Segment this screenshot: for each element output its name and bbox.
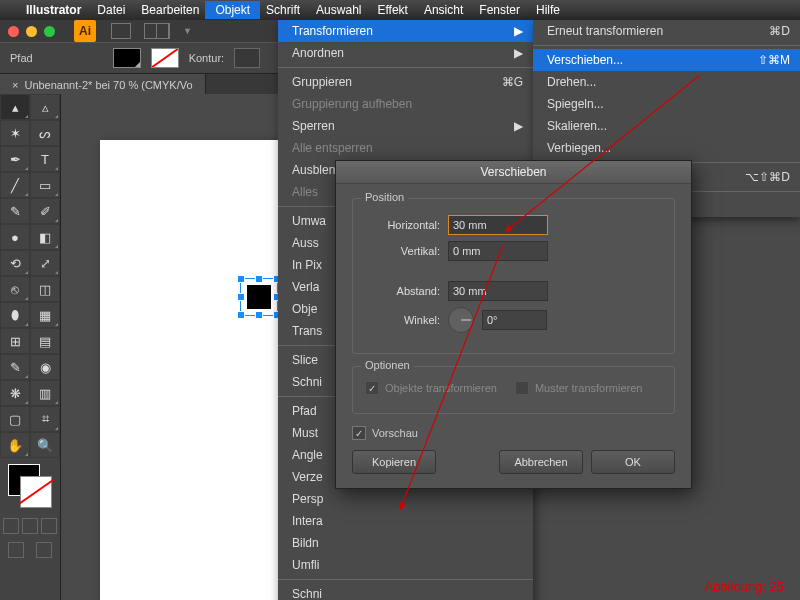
menu-item[interactable]: Spiegeln... (533, 93, 800, 115)
graph-tool[interactable]: ▥ (30, 380, 60, 406)
menu-item[interactable]: Intera (278, 510, 533, 532)
document-tab[interactable]: × Unbenannt-2* bei 70 % (CMYK/Vo (0, 74, 206, 96)
vertikal-label: Vertikal: (365, 245, 440, 257)
close-tab-icon[interactable]: × (12, 79, 18, 91)
eyedropper-tool[interactable]: ✎ (0, 354, 30, 380)
menu-item[interactable]: Verbiegen... (533, 137, 800, 159)
toolbar-button-1[interactable] (111, 23, 131, 39)
stroke-color[interactable] (20, 476, 52, 508)
mac-menubar: Illustrator Datei Bearbeiten Objekt Schr… (0, 0, 800, 20)
vertikal-input[interactable] (448, 241, 548, 261)
menu-item[interactable]: Persp (278, 488, 533, 510)
artboard-tool[interactable]: ▢ (0, 406, 30, 432)
screen-mode-2[interactable] (36, 542, 52, 558)
symbol-sprayer-tool[interactable]: ❋ (0, 380, 30, 406)
abbrechen-button[interactable]: Abbrechen (499, 450, 583, 474)
menu-item[interactable]: Erneut transformieren⌘D (533, 20, 800, 42)
blend-tool[interactable]: ◉ (30, 354, 60, 380)
pen-tool[interactable]: ✒ (0, 146, 30, 172)
menu-item[interactable]: Skalieren... (533, 115, 800, 137)
free-transform-tool[interactable]: ◫ (30, 276, 60, 302)
screen-mode-1[interactable] (8, 542, 24, 558)
menu-item: Gruppierung aufheben (278, 93, 533, 115)
shape-builder-tool[interactable]: ⬮ (0, 302, 30, 328)
color-mode-2[interactable] (22, 518, 38, 534)
fill-stroke-panel[interactable] (0, 458, 60, 514)
stroke-swatch[interactable] (151, 48, 179, 68)
paintbrush-tool[interactable]: ✎ (0, 198, 30, 224)
selected-object[interactable] (240, 278, 278, 316)
fill-swatch[interactable] (113, 48, 141, 68)
pencil-tool[interactable]: ✐ (30, 198, 60, 224)
menu-item[interactable]: Umfli (278, 554, 533, 576)
chevron-right-icon: ▶ (514, 24, 523, 38)
position-fieldset: Position Horizontal: Vertikal: Abstand: … (352, 198, 675, 354)
line-tool[interactable]: ╱ (0, 172, 30, 198)
app-name[interactable]: Illustrator (26, 3, 81, 17)
hand-tool[interactable]: ✋ (0, 432, 30, 458)
color-mode-row (0, 514, 60, 538)
perspective-tool[interactable]: ▦ (30, 302, 60, 328)
slice-tool[interactable]: ⌗ (30, 406, 60, 432)
magic-wand-tool[interactable]: ✶ (0, 120, 30, 146)
layout-switcher[interactable] (144, 23, 170, 39)
rectangle-tool[interactable]: ▭ (30, 172, 60, 198)
scale-tool[interactable]: ⤢ (30, 250, 60, 276)
menu-item[interactable]: Verschieben...⇧⌘M (533, 49, 800, 71)
abstand-label: Abstand: (365, 285, 440, 297)
menu-item: Alle entsperren (278, 137, 533, 159)
figure-caption: Abbildung: 25 (704, 579, 784, 594)
zoom-tool[interactable]: 🔍 (30, 432, 60, 458)
menu-objekt[interactable]: Objekt (205, 1, 260, 19)
menu-hilfe[interactable]: Hilfe (536, 3, 560, 17)
menu-item[interactable]: Drehen... (533, 71, 800, 93)
control-mode-label: Pfad (10, 52, 33, 64)
blob-brush-tool[interactable]: ● (0, 224, 30, 250)
rectangle-object[interactable] (247, 285, 271, 309)
menu-auswahl[interactable]: Auswahl (316, 3, 361, 17)
horizontal-label: Horizontal: (365, 219, 440, 231)
menu-item[interactable]: Sperren▶ (278, 115, 533, 137)
mesh-tool[interactable]: ⊞ (0, 328, 30, 354)
menu-item[interactable]: Anordnen▶ (278, 42, 533, 64)
abstand-input[interactable] (448, 281, 548, 301)
chevron-down-icon[interactable]: ▼ (183, 26, 192, 36)
width-tool[interactable]: ⎋ (0, 276, 30, 302)
menu-item[interactable]: Schni (278, 583, 533, 600)
horizontal-input[interactable] (448, 215, 548, 235)
vorschau-checkbox[interactable]: ✓Vorschau (352, 426, 675, 440)
menu-schrift[interactable]: Schrift (266, 3, 300, 17)
zoom-window-button[interactable] (44, 26, 55, 37)
direct-selection-tool[interactable]: ▵ (30, 94, 60, 120)
kopieren-button[interactable]: Kopieren (352, 450, 436, 474)
menu-item[interactable]: Transformieren▶ (278, 20, 533, 42)
close-window-button[interactable] (8, 26, 19, 37)
menu-item[interactable]: Gruppieren⌘G (278, 71, 533, 93)
color-mode-3[interactable] (41, 518, 57, 534)
menu-effekt[interactable]: Effekt (377, 3, 407, 17)
angle-dial[interactable] (448, 307, 474, 333)
rotate-tool[interactable]: ⟲ (0, 250, 30, 276)
lasso-tool[interactable]: ᔕ (30, 120, 60, 146)
ok-button[interactable]: OK (591, 450, 675, 474)
minimize-window-button[interactable] (26, 26, 37, 37)
stroke-weight-field[interactable] (234, 48, 260, 68)
objekte-transformieren-checkbox: ✓Objekte transformieren (365, 381, 497, 395)
type-tool[interactable]: T (30, 146, 60, 172)
gradient-tool[interactable]: ▤ (30, 328, 60, 354)
winkel-label: Winkel: (365, 314, 440, 326)
chevron-right-icon: ▶ (514, 119, 523, 133)
chevron-right-icon: ▶ (514, 46, 523, 60)
color-mode-1[interactable] (3, 518, 19, 534)
app-icon: Ai (74, 20, 96, 42)
winkel-input[interactable] (482, 310, 547, 330)
menu-fenster[interactable]: Fenster (479, 3, 520, 17)
menu-datei[interactable]: Datei (97, 3, 125, 17)
menu-ansicht[interactable]: Ansicht (424, 3, 463, 17)
dialog-title: Verschieben (336, 161, 691, 184)
verschieben-dialog: Verschieben Position Horizontal: Vertika… (335, 160, 692, 489)
menu-bearbeiten[interactable]: Bearbeiten (141, 3, 199, 17)
selection-tool[interactable]: ▴ (0, 94, 30, 120)
menu-item[interactable]: Bildn (278, 532, 533, 554)
eraser-tool[interactable]: ◧ (30, 224, 60, 250)
